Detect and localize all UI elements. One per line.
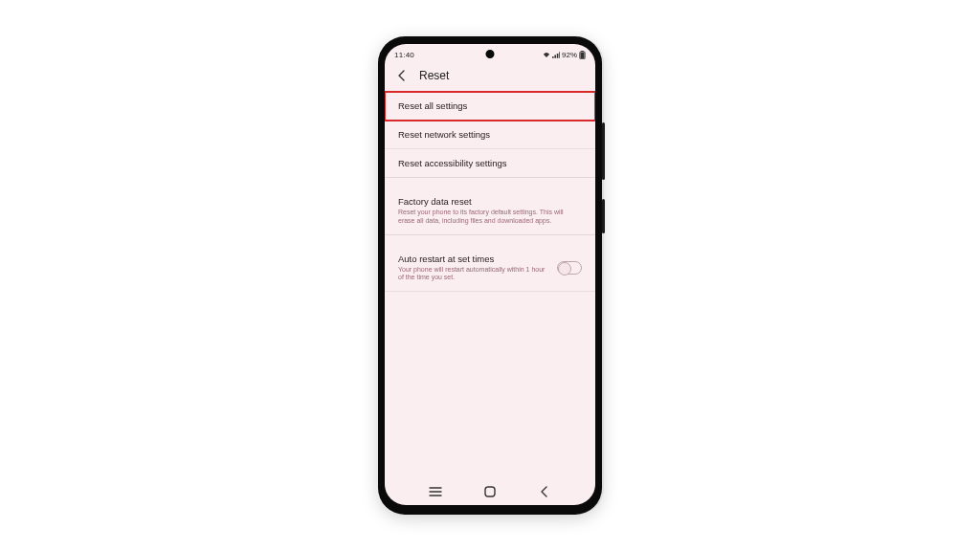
camera-cutout	[486, 50, 495, 58]
nav-home-button[interactable]	[471, 485, 509, 498]
row-reset-accessibility-settings[interactable]: Reset accessibility settings	[385, 149, 595, 178]
svg-rect-2	[581, 52, 585, 57]
row-label: Reset network settings	[398, 129, 582, 140]
row-auto-restart[interactable]: Auto restart at set times Your phone wil…	[385, 245, 595, 293]
recent-icon	[429, 486, 442, 497]
section-gap	[385, 178, 595, 187]
auto-restart-toggle[interactable]	[557, 261, 582, 275]
row-label: Factory data reset	[398, 196, 582, 207]
row-reset-all-settings[interactable]: Reset all settings	[385, 92, 595, 121]
status-icons: 92%	[543, 51, 586, 59]
header: Reset	[385, 63, 595, 92]
screen: 11:40 92% Reset	[385, 44, 595, 505]
back-button[interactable]	[396, 70, 410, 81]
navigation-bar	[385, 480, 595, 505]
home-icon	[483, 485, 497, 498]
row-label: Reset accessibility settings	[398, 158, 582, 168]
chevron-left-icon	[396, 70, 408, 81]
power-button	[602, 199, 605, 233]
page-title: Reset	[419, 69, 449, 82]
row-subtext: Reset your phone to its factory default …	[398, 209, 582, 226]
row-factory-data-reset[interactable]: Factory data reset Reset your phone to i…	[385, 187, 595, 235]
wifi-icon	[543, 52, 550, 58]
chevron-left-icon	[539, 486, 550, 497]
nav-back-button[interactable]	[525, 486, 564, 497]
empty-space	[385, 292, 595, 480]
row-label: Reset all settings	[398, 100, 582, 111]
battery-pct: 92%	[562, 51, 577, 59]
volume-button	[602, 122, 605, 180]
section-gap	[385, 235, 595, 245]
nav-recent-button[interactable]	[416, 486, 455, 497]
battery-icon	[579, 51, 586, 59]
status-time: 11:40	[394, 51, 414, 59]
svg-rect-6	[485, 487, 495, 496]
row-label: Auto restart at set times	[398, 253, 547, 264]
signal-icon	[552, 52, 560, 58]
phone-frame: 11:40 92% Reset	[378, 36, 602, 515]
settings-list: Reset all settings Reset network setting…	[385, 92, 595, 292]
row-reset-network-settings[interactable]: Reset network settings	[385, 121, 595, 149]
row-subtext: Your phone will restart automatically wi…	[398, 266, 547, 283]
